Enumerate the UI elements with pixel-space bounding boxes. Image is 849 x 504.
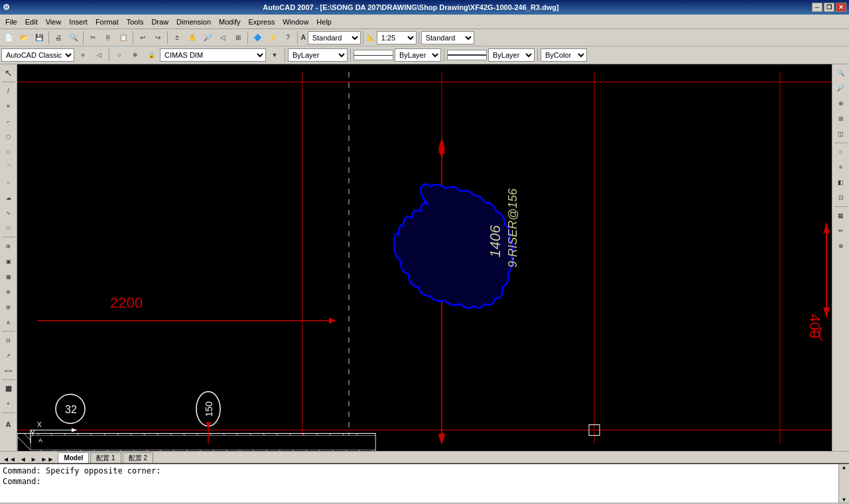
- menu-format[interactable]: Format: [92, 17, 123, 27]
- tb-sep13: [537, 48, 538, 62]
- rt-pan[interactable]: ⊕: [834, 96, 848, 111]
- rt-dbconnect[interactable]: ⊗: [834, 239, 848, 253]
- tool-region[interactable]: ⊕: [1, 284, 16, 299]
- tool-xline[interactable]: ✕: [1, 99, 16, 113]
- menu-dimension[interactable]: Dimension: [172, 17, 215, 27]
- tab-nav-first[interactable]: ◄◄: [3, 456, 16, 463]
- text-style-select[interactable]: Standard: [308, 31, 361, 44]
- restore-button[interactable]: ❐: [824, 3, 834, 12]
- menu-window[interactable]: Window: [279, 17, 312, 27]
- linetype-select[interactable]: ByLayer: [395, 48, 441, 62]
- tb-pan[interactable]: ✋: [185, 31, 200, 45]
- tool-circle[interactable]: ○: [1, 175, 16, 190]
- drawing-area[interactable]: 2200 400 1( 1406 9-RISER@156: [17, 64, 832, 451]
- cmd-scroll-down[interactable]: ▼: [842, 497, 846, 503]
- tab-nav-next[interactable]: ►: [31, 456, 37, 463]
- menu-express[interactable]: Express: [244, 17, 279, 27]
- tool-text-a[interactable]: A: [1, 417, 16, 432]
- rt-zoom-in[interactable]: 🔍: [834, 66, 848, 80]
- menu-modify[interactable]: Modify: [215, 17, 244, 27]
- tool-table[interactable]: ⊞: [1, 300, 16, 314]
- tool-ucs[interactable]: ⌖: [1, 397, 16, 411]
- tb-zoom-realtime[interactable]: ±: [170, 31, 184, 45]
- tb-layer-on[interactable]: ○: [112, 48, 127, 62]
- tool-polygon[interactable]: ⬡: [1, 129, 16, 144]
- rt-designcenter[interactable]: ◧: [834, 175, 848, 190]
- tb-mirror[interactable]: ⚡: [265, 31, 280, 45]
- menu-edit[interactable]: Edit: [21, 17, 42, 27]
- tb-undo[interactable]: ↩: [135, 31, 150, 45]
- menu-help[interactable]: Help: [312, 17, 336, 27]
- color-select[interactable]: ByLayer: [288, 48, 348, 62]
- lt-sep1: [2, 82, 15, 82]
- command-window[interactable]: Command: Specify opposite corner: Comman…: [0, 463, 849, 503]
- rt-zoom-prev[interactable]: ◫: [834, 127, 848, 141]
- tool-pick[interactable]: ↖: [1, 66, 16, 80]
- tab-layout1[interactable]: 配置 1: [90, 452, 121, 463]
- tb-open[interactable]: 📂: [17, 31, 31, 45]
- minimize-button[interactable]: ─: [812, 3, 822, 12]
- menu-file[interactable]: File: [1, 17, 21, 27]
- rt-properties[interactable]: ≡: [834, 160, 848, 174]
- menu-insert[interactable]: Insert: [65, 17, 92, 27]
- tb-copy[interactable]: ⎘: [101, 31, 115, 45]
- svg-rect-53: [31, 436, 375, 450]
- tool-rect[interactable]: □: [1, 145, 16, 159]
- rt-markup[interactable]: ✏: [834, 223, 848, 238]
- tool-tolerance[interactable]: ⊡: [1, 333, 16, 347]
- command-scroll[interactable]: ▲ ▼: [838, 464, 849, 503]
- tb-layer-lock[interactable]: 🔒: [144, 48, 159, 62]
- dim-style-select[interactable]: Standard: [421, 31, 474, 44]
- tool-block[interactable]: ▣: [1, 254, 16, 269]
- tool-linear[interactable]: ⟺: [1, 363, 16, 378]
- tb-layer-more[interactable]: ▼: [267, 48, 282, 62]
- tool-arc[interactable]: ⌒: [1, 160, 16, 174]
- cmd-scroll-up[interactable]: ▲: [842, 464, 846, 470]
- svg-text:1(: 1(: [810, 324, 823, 341]
- tb-preview[interactable]: 🔍: [66, 31, 81, 45]
- tb-redo[interactable]: ↪: [151, 31, 165, 45]
- tab-nav-prev[interactable]: ◄: [20, 456, 27, 463]
- rt-tool-palettes[interactable]: ⊡: [834, 190, 848, 205]
- tb-zoom-window[interactable]: 🔎: [200, 31, 215, 45]
- tool-mtext[interactable]: A: [1, 315, 16, 330]
- tool-surfaces[interactable]: ⬛: [1, 381, 16, 396]
- tb-save[interactable]: 💾: [32, 31, 46, 45]
- plotstyle-select[interactable]: ByColor: [541, 48, 587, 62]
- rt-3dorbital[interactable]: ○: [834, 145, 848, 159]
- tb-help[interactable]: ?: [281, 31, 295, 45]
- tool-insert[interactable]: ⊞: [1, 239, 16, 253]
- menu-draw[interactable]: Draw: [147, 17, 172, 27]
- layer-select[interactable]: CIMAS DIM: [160, 48, 266, 62]
- title-bar-controls: ─ ❐ ✕: [812, 3, 846, 12]
- tb-new[interactable]: 📄: [1, 31, 16, 45]
- tb-byblock[interactable]: 🔷: [250, 31, 265, 45]
- tb-layer-props[interactable]: ≡: [76, 48, 90, 62]
- workspace-select[interactable]: AutoCAD Classic: [1, 48, 74, 62]
- tb-print[interactable]: 🖨: [51, 31, 66, 45]
- scale-select[interactable]: 1:25: [377, 31, 417, 44]
- tool-spline[interactable]: ∿: [1, 206, 16, 220]
- menu-tools[interactable]: Tools: [123, 17, 148, 27]
- tab-layout2[interactable]: 配置 2: [123, 452, 153, 463]
- tool-hatch[interactable]: ▦: [1, 269, 16, 284]
- tab-model[interactable]: Model: [58, 452, 89, 463]
- tool-pline[interactable]: ⌐: [1, 114, 16, 129]
- tb-paste[interactable]: 📋: [116, 31, 131, 45]
- tab-nav-last[interactable]: ►►: [41, 456, 54, 463]
- tb-layer-freeze[interactable]: ❄: [128, 48, 143, 62]
- tool-leader[interactable]: ↗: [1, 348, 16, 363]
- rt-zoom-window[interactable]: ⊞: [834, 111, 848, 126]
- tb-zoom-extent[interactable]: ⊞: [231, 31, 245, 45]
- close-button[interactable]: ✕: [836, 3, 846, 12]
- tb-layer-prev[interactable]: ◁: [92, 48, 106, 62]
- lineweight-select[interactable]: ByLayer: [488, 48, 535, 62]
- tool-line[interactable]: /: [1, 84, 16, 98]
- tool-ellipse[interactable]: ⬭: [1, 221, 16, 235]
- rt-sheets[interactable]: ▦: [834, 208, 848, 223]
- tb-cut[interactable]: ✂: [86, 31, 100, 45]
- tool-revision[interactable]: ☁: [1, 190, 16, 205]
- tb-zoom-prev[interactable]: ◁: [216, 31, 230, 45]
- menu-view[interactable]: View: [42, 17, 66, 27]
- rt-zoom-out[interactable]: 🔎: [834, 81, 848, 95]
